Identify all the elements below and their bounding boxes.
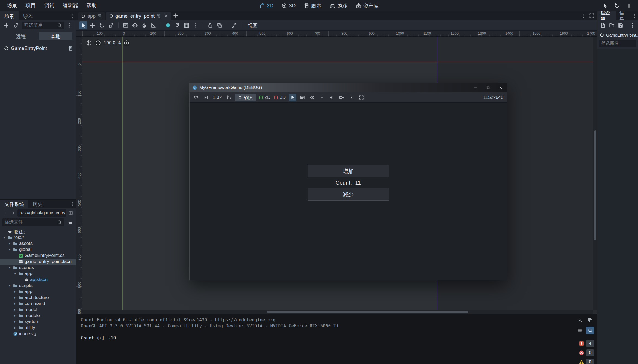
scene-dock-menu-button[interactable] (68, 11, 76, 20)
warnings-count-button[interactable]: 0 (579, 359, 594, 364)
group-node-button[interactable] (215, 21, 224, 29)
select-tool-button[interactable] (79, 21, 87, 29)
fs-forward-button[interactable] (10, 209, 16, 217)
camera-override-button[interactable] (338, 94, 345, 101)
fs-item[interactable]: ▸app (0, 289, 76, 295)
grid-snap-toggle[interactable] (173, 21, 181, 29)
expander-icon[interactable]: ▾ (13, 272, 17, 276)
lock-node-button[interactable] (206, 21, 214, 29)
game-minimize-button[interactable] (469, 83, 482, 92)
run-restart-button[interactable] (613, 2, 621, 10)
menu-help[interactable]: 帮助 (82, 2, 101, 10)
fs-split-mode-button[interactable] (67, 209, 74, 217)
skeleton-menu-button[interactable] (230, 21, 238, 29)
increase-button[interactable]: 增加 (308, 165, 389, 177)
scene-toolbar-menu-button[interactable] (66, 21, 74, 29)
inspector-dock-menu-button[interactable] (631, 11, 638, 20)
pick-node-button[interactable] (289, 94, 296, 101)
expander-icon[interactable]: ▸ (13, 320, 17, 324)
inspector-filter-input[interactable] (599, 40, 636, 47)
scene-node-GameEntryPoint[interactable]: GameEntryPoint (0, 44, 76, 53)
scene-filter-input[interactable] (24, 23, 55, 28)
menu-scene[interactable]: 场景 (3, 2, 21, 10)
pick-options-button[interactable] (318, 94, 326, 101)
visibility-button[interactable] (308, 94, 316, 101)
errors-count-button[interactable]: 0 (579, 349, 594, 356)
remote-tab-button[interactable]: 远程 (4, 32, 38, 40)
vertical-scrollbar-thumb[interactable] (594, 130, 596, 240)
expander-icon[interactable]: ▸ (13, 314, 17, 318)
list-select-tool-button[interactable] (122, 21, 130, 29)
horizontal-scrollbar-thumb[interactable] (267, 311, 468, 313)
fs-item[interactable]: ▾scripts (0, 283, 76, 289)
expander-icon[interactable]: ▾ (2, 236, 6, 239)
next-frame-button[interactable] (202, 94, 210, 101)
menu-editor[interactable]: 编辑器 (58, 2, 82, 10)
game-window-titlebar[interactable]: MyGFrameworkGame (DEBUG) (190, 83, 507, 92)
mute-audio-button[interactable] (328, 94, 336, 101)
menu-project[interactable]: 项目 (21, 2, 40, 10)
run-pick-button[interactable] (601, 2, 609, 10)
tab-import[interactable]: 导入 (19, 11, 37, 20)
decrease-button[interactable]: 减少 (308, 188, 389, 201)
restart-game-button[interactable] (225, 94, 233, 101)
tab-scene[interactable]: 场景 (0, 11, 19, 20)
vertical-scrollbar[interactable] (593, 37, 597, 310)
fs-item[interactable]: C#GameEntryPoint.cs (0, 253, 76, 259)
fs-item[interactable]: ▸system (0, 319, 76, 325)
zoom-level-button[interactable]: 100.0 % (104, 40, 121, 46)
inspected-node-row[interactable]: GameEntryPoint... (597, 31, 638, 39)
mode-3d-button[interactable]: 3D (273, 95, 286, 100)
debugger-issues-button[interactable]: 4 (579, 340, 594, 347)
fs-filter-input[interactable] (4, 220, 55, 225)
distraction-free-button[interactable] (588, 12, 596, 20)
fs-item[interactable]: icon.svg (0, 331, 76, 337)
copy-log-button[interactable] (586, 316, 594, 324)
scene-tab-app[interactable]: app (78, 12, 105, 20)
workspace-game-button[interactable]: 游戏 (330, 2, 347, 9)
scale-tool-button[interactable] (107, 21, 115, 29)
tab-history[interactable]: 历史 (28, 200, 47, 208)
load-resource-button[interactable] (608, 21, 616, 29)
open-script-button[interactable] (66, 44, 75, 52)
expander-icon[interactable]: ▾ (8, 266, 12, 270)
menu-debug[interactable]: 调试 (40, 2, 58, 10)
new-scene-tab-button[interactable] (172, 11, 180, 20)
fs-item[interactable]: app.tscn (0, 277, 76, 283)
horizontal-scrollbar[interactable] (82, 310, 593, 314)
node-list-button[interactable] (299, 94, 306, 101)
expander-icon[interactable]: ▾ (8, 248, 12, 251)
workspace-3d-button[interactable]: 3D (282, 3, 296, 9)
fs-item[interactable]: ▸assets (0, 241, 76, 247)
expander-icon[interactable]: ▸ (13, 302, 17, 306)
scene-tab-game_entry_point[interactable]: game_entry_point (106, 12, 171, 20)
workspace-script-button[interactable]: 脚本 (304, 2, 321, 9)
fs-item[interactable]: ▾res:// (0, 235, 76, 241)
fs-sort-button[interactable] (66, 218, 74, 226)
local-tab-button[interactable]: 本地 (39, 32, 73, 40)
tab-filesystem[interactable]: 文件系统 (0, 200, 28, 208)
game-maximize-button[interactable] (482, 83, 494, 92)
run-pause-button[interactable] (625, 2, 633, 10)
debug-menu-button[interactable] (192, 94, 200, 101)
pan-tool-button[interactable] (140, 21, 148, 29)
expander-icon[interactable]: ▸ (13, 290, 17, 294)
save-resource-button[interactable] (616, 21, 625, 29)
move-tool-button[interactable] (88, 21, 97, 29)
fs-back-button[interactable] (2, 209, 9, 217)
save-log-button[interactable] (576, 316, 584, 324)
expander-icon[interactable]: ▾ (8, 284, 12, 288)
input-mode-button[interactable]: 输入 (235, 94, 256, 101)
fs-current-path[interactable]: res://global/game_entry_p (17, 209, 66, 217)
tab-inspector[interactable]: 检查器 (597, 11, 616, 20)
rotate-tool-button[interactable] (98, 21, 106, 29)
fs-item[interactable]: ▾global (0, 247, 76, 253)
scene-tabs-menu-button[interactable] (579, 12, 587, 20)
fs-item[interactable]: ▾scenes (0, 265, 76, 271)
pivot-tool-button[interactable] (131, 21, 139, 29)
fs-item[interactable]: ▸command (0, 301, 76, 307)
close-tab-button[interactable] (164, 14, 168, 18)
expander-icon[interactable]: ▸ (8, 242, 12, 245)
search-log-button[interactable] (586, 327, 594, 334)
add-node-button[interactable] (2, 21, 10, 29)
